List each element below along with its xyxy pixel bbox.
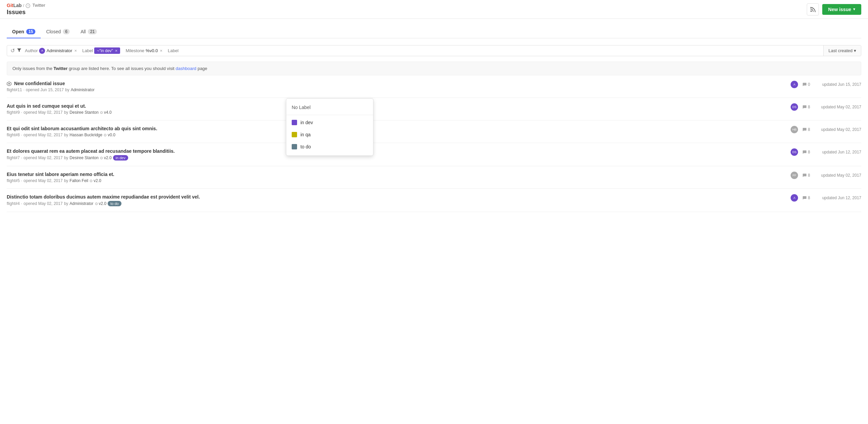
comment-count-text: 8 (808, 150, 810, 154)
tab-closed-label: Closed (46, 29, 61, 34)
issue-title-text: New confidential issue (14, 81, 65, 86)
issue-dot: · (21, 155, 22, 160)
comment-icon (802, 173, 807, 178)
issue-avatar: HB (790, 126, 798, 133)
svg-point-3 (8, 83, 10, 85)
issue-author: Desiree Stanton (70, 155, 99, 160)
rss-button[interactable] (807, 3, 819, 16)
milestone-value: v2.0 (104, 155, 112, 160)
filter-author-label: Author (25, 48, 38, 53)
top-bar-left: GitLab / ? Twitter Issues (7, 3, 45, 16)
notice-text-after: page (196, 66, 208, 71)
notice-project-name: Twitter (54, 66, 68, 71)
issue-flight: flight#4 (7, 201, 20, 206)
breadcrumb-project-name: Twitter (32, 3, 45, 8)
issue-avatar: A (790, 194, 798, 202)
dropdown-no-label[interactable]: No Label (286, 101, 373, 113)
issue-flight: flight#11 (7, 88, 22, 92)
filter-milestone-remove[interactable]: × (160, 48, 162, 53)
milestone-value: v2.0 (99, 201, 107, 206)
filter-bar: ↺ Author A Administrator × Label ~"in de… (7, 45, 861, 56)
issue-flight: flight#7 (7, 155, 20, 160)
milestone-circle-icon: ⊙ (90, 179, 93, 183)
issue-by: by (64, 201, 68, 206)
comment-icon (802, 150, 807, 154)
milestone-circle-icon: ⊙ (100, 110, 103, 115)
issue-dot: · (21, 110, 22, 115)
milestone-tag: ⊙ v0.0 (104, 132, 115, 137)
milestone-value: v2.0 (94, 178, 101, 183)
notice-text-before: Only issues from the (12, 66, 54, 71)
tabs-bar: Open 15 Closed 6 All 21 (7, 26, 861, 38)
breadcrumb-sep: / (23, 3, 24, 8)
filter-author-value: Administrator (46, 48, 72, 53)
issue-right: DS 8 updated May 02, 2017 (790, 103, 861, 111)
comment-count-text: 8 (808, 105, 810, 109)
issue-item: Et qui odit sint laborum accusantium arc… (7, 120, 861, 143)
issue-title[interactable]: Aut quis in sed cumque sequi et ut. (7, 103, 790, 109)
comment-count-text: 0 (808, 82, 810, 87)
issue-right: A 0 updated Jun 15, 2017 (790, 81, 861, 88)
sort-dropdown[interactable]: Last created ▾ (823, 46, 861, 56)
milestone-tag: ⊙ v2.0 (95, 201, 107, 206)
issue-avatar: FF (790, 172, 798, 179)
dropdown-label-indev: in dev (301, 120, 313, 125)
issue-title-text: Et qui odit sint laborum accusantium arc… (7, 126, 157, 131)
tab-all[interactable]: All 21 (75, 26, 102, 38)
filter-milestone-token: Milestone %v0.0 × (125, 48, 162, 53)
dropdown-item-todo[interactable]: to do (286, 141, 373, 153)
issue-title[interactable]: Eius tenetur sint labore aperiam nemo of… (7, 172, 790, 177)
swatch-inqa (292, 132, 297, 137)
tab-open-label: Open (12, 29, 24, 34)
comment-count: 8 (802, 195, 810, 200)
dropdown-item-inqa[interactable]: in qa (286, 128, 373, 141)
issue-opened: opened May 02, 2017 (24, 178, 63, 183)
issue-title-text: Aut quis in sed cumque sequi et ut. (7, 103, 86, 109)
breadcrumb-project: ? Twitter (26, 3, 45, 8)
issue-left: Et qui odit sint laborum accusantium arc… (7, 126, 790, 137)
issues-list: New confidential issue flight#11 · opene… (7, 75, 861, 212)
filter-label-chip-text: ~"in dev" (97, 49, 113, 53)
issue-author: Administrator (71, 88, 95, 92)
notice-dashboard-link[interactable]: dashboard (176, 66, 196, 71)
filter-reset-button[interactable]: ↺ (10, 48, 15, 54)
issue-meta: flight#7 · opened May 02, 2017 by Desire… (7, 155, 790, 160)
issue-opened: opened Jun 15, 2017 (26, 88, 64, 92)
filter-label-label: Label (82, 48, 93, 53)
main-content: Open 15 Closed 6 All 21 ↺ Author A (0, 26, 868, 212)
filter-label2-token[interactable]: Label (168, 48, 179, 53)
comment-icon (802, 105, 807, 109)
filter-bar-wrapper: ↺ Author A Administrator × Label ~"in de… (7, 45, 861, 56)
comment-count-text: 8 (808, 173, 810, 178)
tab-all-count: 21 (88, 29, 97, 34)
issue-title[interactable]: Et qui odit sint laborum accusantium arc… (7, 126, 790, 131)
issue-right: A 8 updated Jun 12, 2017 (790, 194, 861, 202)
dropdown-item-indev[interactable]: in dev (286, 116, 373, 128)
tab-open[interactable]: Open 15 (7, 26, 41, 38)
milestone-tag: ⊙ v2.0 (90, 178, 101, 183)
issue-meta: flight#9 · opened May 02, 2017 by Desire… (7, 110, 790, 115)
breadcrumb: GitLab / ? Twitter (7, 3, 45, 8)
issue-opened: opened May 02, 2017 (24, 132, 63, 137)
issue-updated: updated Jun 15, 2017 (814, 82, 861, 87)
issue-title-text: Distinctio totam doloribus ducimus autem… (7, 194, 200, 200)
dropdown-label-inqa: in qa (301, 132, 311, 137)
rss-icon (810, 7, 815, 12)
issue-title[interactable]: Et dolores quaerat rem ea autem placeat … (7, 148, 790, 154)
milestone-value: v0.0 (108, 132, 115, 137)
issue-title[interactable]: Distinctio totam doloribus ducimus autem… (7, 194, 790, 200)
issue-author: Fallon Feil (70, 178, 88, 183)
tab-closed[interactable]: Closed 6 (41, 26, 75, 38)
notice-text-middle: group are listed here. To see all issues… (68, 66, 176, 71)
tab-all-label: All (81, 29, 86, 34)
issue-item: Eius tenetur sint labore aperiam nemo of… (7, 166, 861, 189)
issue-dot: · (21, 201, 22, 206)
filter-milestone-label: Milestone (125, 48, 144, 53)
comment-count-text: 8 (808, 195, 810, 200)
issue-left: Eius tenetur sint labore aperiam nemo of… (7, 172, 790, 183)
filter-label-chip-remove[interactable]: × (115, 48, 118, 53)
issue-title-text: Eius tenetur sint labore aperiam nemo of… (7, 172, 114, 177)
filter-author-remove[interactable]: × (74, 48, 77, 53)
issue-title[interactable]: New confidential issue (7, 81, 790, 86)
new-issue-button[interactable]: New issue ▾ (822, 4, 861, 15)
